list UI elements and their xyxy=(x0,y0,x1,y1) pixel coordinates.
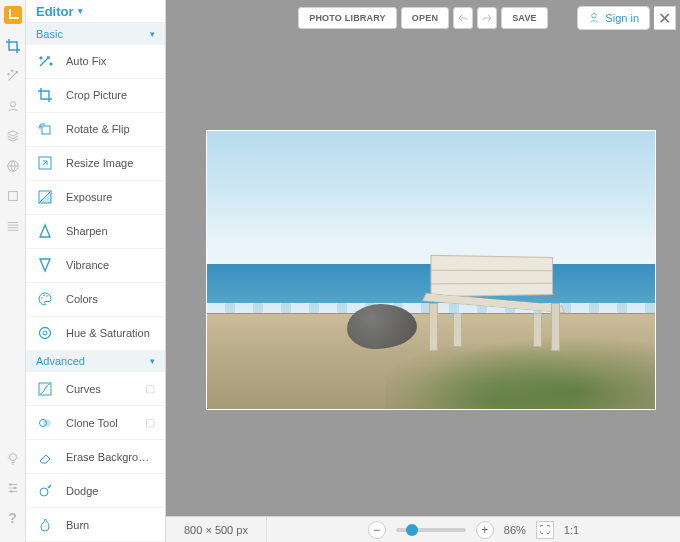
panel-title: Editor xyxy=(36,4,74,19)
redo-button[interactable] xyxy=(477,7,497,29)
tool-label: Crop Picture xyxy=(66,89,127,101)
svg-point-11 xyxy=(43,295,45,297)
tool-dodge[interactable]: Dodge xyxy=(26,474,165,508)
tool-label: Auto Fix xyxy=(66,55,106,67)
help-icon[interactable]: ? xyxy=(5,510,21,526)
svg-rect-7 xyxy=(42,126,50,134)
open-button[interactable]: OPEN xyxy=(401,7,449,29)
external-icon: ▢ xyxy=(145,416,155,429)
svg-point-14 xyxy=(43,331,47,335)
tool-label: Dodge xyxy=(66,485,98,497)
globe-icon[interactable] xyxy=(5,158,21,174)
tool-label: Rotate & Flip xyxy=(66,123,130,135)
sign-in-label: Sign in xyxy=(605,12,639,24)
basic-tools-list: Auto Fix Crop Picture Rotate & Flip Resi… xyxy=(26,45,165,351)
dimensions-readout: 800 × 500 px xyxy=(166,517,267,542)
wand-icon xyxy=(36,52,54,70)
rotate-icon xyxy=(36,120,54,138)
tool-burn[interactable]: Burn xyxy=(26,508,165,542)
layers-icon[interactable] xyxy=(5,128,21,144)
status-bar: 800 × 500 px − + 86% ⛶ 1:1 xyxy=(166,516,680,542)
tool-vibrance[interactable]: Vibrance xyxy=(26,249,165,283)
tool-sharpen[interactable]: Sharpen xyxy=(26,215,165,249)
dodge-icon xyxy=(36,482,54,500)
fit-screen-button[interactable]: ⛶ xyxy=(536,521,554,539)
svg-rect-2 xyxy=(8,192,17,201)
clone-icon xyxy=(36,414,54,432)
zoom-controls: − + 86% ⛶ 1:1 xyxy=(368,521,579,539)
svg-point-17 xyxy=(44,419,51,426)
frame-icon[interactable] xyxy=(5,188,21,204)
svg-point-13 xyxy=(40,328,51,339)
settings-sliders-icon[interactable] xyxy=(5,480,21,496)
tool-label: Sharpen xyxy=(66,225,108,237)
hue-icon xyxy=(36,324,54,342)
tools-panel: Editor ▾ Basic ▾ Auto Fix Crop Picture R… xyxy=(26,0,166,542)
tool-hue-saturation[interactable]: Hue & Saturation xyxy=(26,317,165,351)
tool-colors[interactable]: Colors xyxy=(26,283,165,317)
svg-point-0 xyxy=(10,102,15,107)
tool-label: Colors xyxy=(66,293,98,305)
burn-icon xyxy=(36,516,54,534)
svg-point-12 xyxy=(46,295,48,297)
tool-rotate-flip[interactable]: Rotate & Flip xyxy=(26,113,165,147)
texture-icon[interactable] xyxy=(5,218,21,234)
eraser-icon xyxy=(36,448,54,466)
tool-erase-background[interactable]: Erase Background xyxy=(26,440,165,474)
exposure-icon xyxy=(36,188,54,206)
svg-point-5 xyxy=(13,487,16,490)
section-basic-label: Basic xyxy=(36,28,63,40)
chevron-down-icon: ▾ xyxy=(150,29,155,39)
crop-icon xyxy=(36,86,54,104)
left-icon-rail: ? xyxy=(0,0,26,542)
app-logo-icon[interactable] xyxy=(4,6,22,24)
tool-clone[interactable]: Clone Tool ▢ xyxy=(26,406,165,440)
tool-auto-fix[interactable]: Auto Fix xyxy=(26,45,165,79)
palette-icon xyxy=(36,290,54,308)
tool-label: Hue & Saturation xyxy=(66,327,150,339)
curves-icon xyxy=(36,380,54,398)
tool-label: Clone Tool xyxy=(66,417,118,429)
zoom-ratio: 1:1 xyxy=(564,524,579,536)
zoom-slider-knob[interactable] xyxy=(406,524,418,536)
tool-crop-picture[interactable]: Crop Picture xyxy=(26,79,165,113)
section-advanced-label: Advanced xyxy=(36,355,85,367)
tool-label: Curves xyxy=(66,383,101,395)
svg-point-6 xyxy=(9,490,12,493)
tool-curves[interactable]: Curves ▢ xyxy=(26,372,165,406)
tool-label: Erase Background xyxy=(66,451,155,463)
crop-tool-icon[interactable] xyxy=(5,38,21,54)
svg-point-18 xyxy=(40,488,48,496)
sign-in-button[interactable]: Sign in xyxy=(577,6,650,30)
panel-header[interactable]: Editor ▾ xyxy=(26,0,165,23)
zoom-percent: 86% xyxy=(504,524,526,536)
tool-resize-image[interactable]: Resize Image xyxy=(26,147,165,181)
tool-label: Vibrance xyxy=(66,259,109,271)
undo-button[interactable] xyxy=(453,7,473,29)
save-button[interactable]: SAVE xyxy=(501,7,548,29)
zoom-slider[interactable] xyxy=(396,528,466,532)
svg-point-3 xyxy=(9,454,16,461)
image-canvas[interactable] xyxy=(206,130,656,410)
tool-label: Exposure xyxy=(66,191,112,203)
photo-library-button[interactable]: PHOTO LIBRARY xyxy=(298,7,397,29)
vibrance-icon xyxy=(36,256,54,274)
section-advanced[interactable]: Advanced ▾ xyxy=(26,351,165,372)
zoom-in-button[interactable]: + xyxy=(476,521,494,539)
resize-icon xyxy=(36,154,54,172)
portrait-icon[interactable] xyxy=(5,98,21,114)
workspace: PHOTO LIBRARY OPEN SAVE Sign in ✕ xyxy=(166,0,680,542)
advanced-tools-list: Curves ▢ Clone Tool ▢ Erase Background D… xyxy=(26,372,165,542)
close-button[interactable]: ✕ xyxy=(654,6,676,30)
svg-point-19 xyxy=(592,14,597,19)
lightbulb-icon[interactable] xyxy=(5,450,21,466)
tool-exposure[interactable]: Exposure xyxy=(26,181,165,215)
svg-point-4 xyxy=(9,483,12,486)
magic-wand-icon[interactable] xyxy=(5,68,21,84)
svg-point-10 xyxy=(41,297,43,299)
zoom-out-button[interactable]: − xyxy=(368,521,386,539)
section-basic[interactable]: Basic ▾ xyxy=(26,23,165,44)
tool-label: Burn xyxy=(66,519,89,531)
chevron-down-icon: ▾ xyxy=(78,6,83,16)
dimensions-text: 800 × 500 px xyxy=(184,524,248,536)
